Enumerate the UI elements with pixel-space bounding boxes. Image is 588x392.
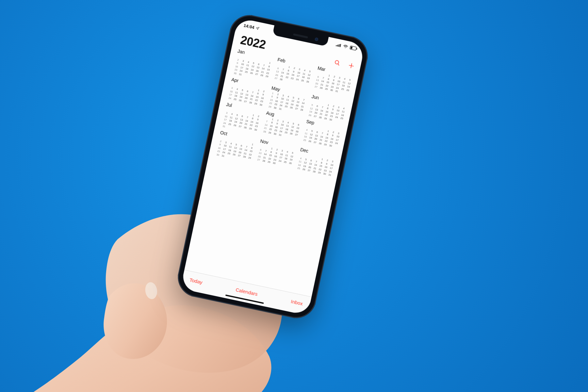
day-cell[interactable]: 27: [313, 114, 318, 118]
day-cell[interactable]: 26: [301, 168, 306, 172]
day-cell[interactable]: 31: [238, 72, 243, 76]
day-cell[interactable]: 28: [261, 159, 267, 163]
day-cell[interactable]: 25: [227, 122, 233, 126]
search-icon[interactable]: [334, 59, 341, 67]
day-cell[interactable]: 31: [221, 124, 227, 128]
today-button[interactable]: Today: [189, 277, 203, 285]
day-cell[interactable]: 22: [285, 75, 290, 79]
day-cell[interactable]: 24: [334, 115, 339, 119]
add-event-icon[interactable]: [348, 62, 355, 70]
day-cell[interactable]: 27: [314, 85, 319, 89]
day-cell[interactable]: 26: [345, 88, 351, 92]
month-nov[interactable]: Nov1234567891011121314151617181920212223…: [255, 139, 297, 172]
day-cell[interactable]: 25: [284, 131, 289, 135]
day-cell[interactable]: 26: [289, 132, 294, 136]
day-cell[interactable]: 24: [295, 77, 300, 81]
day-cell[interactable]: 29: [324, 87, 329, 91]
day-cell[interactable]: 25: [302, 138, 307, 142]
month-sep[interactable]: Sep1234567891011121314151617181920212223…: [302, 119, 343, 152]
day-cell[interactable]: 28: [312, 170, 317, 173]
day-cell[interactable]: 24: [334, 141, 339, 145]
day-cell[interactable]: 29: [317, 171, 322, 175]
day-cell[interactable]: 31: [334, 89, 339, 93]
day-cell[interactable]: 28: [279, 77, 284, 81]
day-cell[interactable]: 30: [329, 88, 334, 92]
day-cell[interactable]: 26: [232, 123, 237, 127]
day-cell[interactable]: 30: [272, 132, 278, 136]
day-cell[interactable]: 31: [327, 173, 333, 177]
day-cell[interactable]: 26: [232, 153, 237, 156]
day-cell[interactable]: 27: [313, 140, 318, 144]
day-cell[interactable]: 28: [248, 101, 253, 105]
day-cell[interactable]: 30: [272, 106, 278, 110]
month-jun[interactable]: Jun1234567891011121314151617181920212223…: [307, 94, 348, 124]
day-cell[interactable]: 25: [233, 97, 238, 101]
month-oct[interactable]: Oct1234567891011121314151617181920212223…: [215, 130, 256, 163]
day-cell[interactable]: 27: [237, 154, 242, 158]
day-cell[interactable]: 28: [242, 155, 247, 159]
day-cell[interactable]: 26: [288, 161, 293, 165]
day-cell[interactable]: 25: [284, 105, 289, 108]
day-cell[interactable]: 25: [226, 152, 232, 155]
day-cell[interactable]: 29: [323, 142, 328, 146]
month-aug[interactable]: Aug1234567891011121314151617181920212223…: [261, 110, 302, 143]
day-cell[interactable]: 30: [253, 128, 258, 132]
day-cell[interactable]: 29: [248, 126, 253, 130]
day-cell[interactable]: 27: [294, 107, 299, 111]
day-cell[interactable]: 25: [244, 70, 249, 74]
month-mar[interactable]: Mar1234567891011121314151617181920212223…: [313, 65, 354, 99]
day-cell[interactable]: 27: [256, 158, 261, 162]
day-cell[interactable]: 27: [273, 76, 279, 80]
day-cell[interactable]: 31: [220, 154, 226, 158]
day-cell[interactable]: 27: [254, 72, 259, 76]
day-cell[interactable]: 30: [258, 103, 264, 106]
day-cell[interactable]: 27: [294, 133, 299, 137]
day-cell[interactable]: 31: [278, 107, 283, 111]
month-may[interactable]: May1234567891011121314151617181920212223…: [268, 85, 308, 115]
month-jul[interactable]: Jul1234567891011121314151617181920212223…: [221, 102, 263, 135]
calendars-button[interactable]: Calendars: [235, 286, 258, 297]
day-cell[interactable]: 29: [267, 160, 272, 164]
day-cell[interactable]: 23: [290, 76, 295, 80]
day-cell[interactable]: 26: [307, 139, 313, 143]
day-cell[interactable]: 29: [247, 156, 252, 160]
day-cell[interactable]: 25: [296, 166, 302, 170]
day-cell[interactable]: 26: [238, 98, 243, 102]
day-cell[interactable]: 29: [264, 74, 270, 78]
day-cell[interactable]: 26: [289, 106, 294, 110]
month-apr[interactable]: Apr1234567891011121314151617181920212223…: [227, 77, 268, 107]
day-cell[interactable]: 30: [233, 71, 238, 75]
month-feb[interactable]: Feb1234567891011121314151617181920212223…: [273, 57, 314, 90]
day-cell[interactable]: 25: [340, 87, 345, 91]
inbox-button[interactable]: Inbox: [290, 298, 303, 306]
day-cell[interactable]: 29: [267, 131, 272, 135]
day-cell[interactable]: 27: [306, 169, 312, 172]
day-cell[interactable]: 30: [215, 153, 220, 156]
day-cell[interactable]: 25: [283, 160, 288, 164]
day-cell[interactable]: 30: [328, 118, 334, 122]
day-cell[interactable]: 29: [253, 102, 258, 106]
month-jan[interactable]: Jan1234567891011121314151617181920212223…: [233, 48, 274, 82]
day-cell[interactable]: 28: [243, 125, 248, 129]
day-cell[interactable]: 29: [323, 116, 328, 120]
day-cell[interactable]: 31: [278, 133, 283, 137]
day-cell[interactable]: 26: [307, 113, 313, 117]
day-cell[interactable]: 28: [299, 108, 304, 112]
year-grid[interactable]: Jan1234567891011121314151617181920212223…: [184, 45, 359, 297]
day-cell[interactable]: 27: [237, 124, 243, 128]
day-cell[interactable]: 24: [277, 159, 283, 163]
day-cell[interactable]: 26: [249, 71, 254, 75]
day-cell[interactable]: 30: [328, 144, 333, 148]
day-cell[interactable]: 24: [227, 96, 233, 100]
day-cell[interactable]: 30: [322, 172, 327, 176]
day-cell[interactable]: 27: [243, 99, 248, 103]
day-cell[interactable]: 28: [262, 130, 267, 134]
day-cell[interactable]: 28: [318, 141, 323, 145]
day-cell[interactable]: 28: [318, 86, 324, 90]
day-cell[interactable]: 28: [259, 74, 265, 77]
day-cell[interactable]: 26: [305, 80, 310, 84]
month-dec[interactable]: Dec1234567891011121314151617181920212223…: [295, 147, 336, 180]
day-cell[interactable]: 25: [339, 116, 344, 120]
day-cell[interactable]: 25: [300, 78, 305, 82]
day-cell[interactable]: 28: [318, 115, 323, 119]
